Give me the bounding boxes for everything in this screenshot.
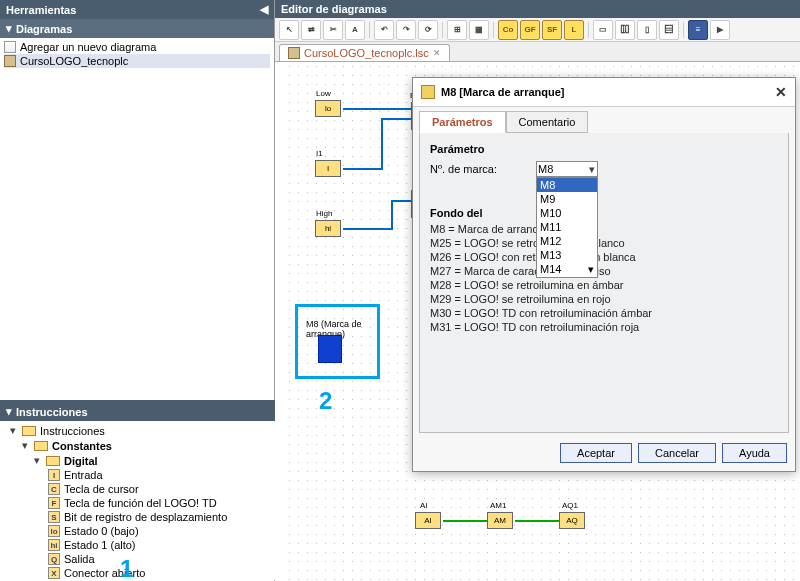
tool-gf[interactable]: GF bbox=[520, 20, 540, 40]
block-sub: AQ bbox=[564, 516, 580, 525]
num-marca-label: Nº. de marca: bbox=[430, 163, 530, 175]
tool-co[interactable]: Co bbox=[498, 20, 518, 40]
tool-text[interactable]: A bbox=[345, 20, 365, 40]
dialog-icon bbox=[421, 85, 435, 99]
dropdown-option[interactable]: M12 bbox=[537, 234, 597, 248]
annot-1: 1 bbox=[120, 555, 133, 581]
num-marca-select[interactable]: M8 ▾ bbox=[536, 161, 598, 177]
diagram-item[interactable]: CursoLOGO_tecnoplc bbox=[4, 54, 270, 68]
instr-high[interactable]: hiEstado 1 (alto) bbox=[4, 538, 271, 552]
tool-page1[interactable]: ▭ bbox=[593, 20, 613, 40]
tool-page4[interactable]: ⿳ bbox=[659, 20, 679, 40]
instr-tdkey[interactable]: FTecla de función del LOGO! TD bbox=[4, 496, 271, 510]
instructions-tree: ▾ Instrucciones ▾ Constantes ▾ Digital I… bbox=[0, 421, 275, 580]
badge-icon: hi bbox=[48, 539, 60, 551]
dialog-title-bar[interactable]: M8 [Marca de arranque] ✕ bbox=[413, 78, 795, 107]
instr-label: Salida bbox=[64, 553, 95, 565]
tool-page3[interactable]: ▯ bbox=[637, 20, 657, 40]
block-marca-core bbox=[318, 335, 342, 363]
wire bbox=[391, 200, 393, 230]
desc-row: M8 = Marca de arranque bbox=[430, 223, 778, 235]
tab-comentario[interactable]: Comentario bbox=[506, 111, 589, 133]
wire bbox=[391, 200, 411, 202]
digital-label: Digital bbox=[64, 455, 98, 467]
tool-redo[interactable]: ↷ bbox=[396, 20, 416, 40]
tool-pointer[interactable]: ↖ bbox=[279, 20, 299, 40]
tool-page2[interactable]: ⿲ bbox=[615, 20, 635, 40]
instr-output[interactable]: QSalida bbox=[4, 552, 271, 566]
instructions-header[interactable]: ▾ Instrucciones bbox=[0, 402, 275, 421]
block-marca[interactable]: M8 (Marca de arranque) bbox=[295, 304, 380, 379]
dropdown-option[interactable]: M9 bbox=[537, 192, 597, 206]
instr-open[interactable]: XConector abierto bbox=[4, 566, 271, 580]
annot-2: 2 bbox=[319, 387, 332, 415]
tree-digital[interactable]: ▾ Digital bbox=[4, 453, 271, 468]
chevron-down-icon: ▾ bbox=[588, 263, 594, 276]
diagram-item-label: CursoLOGO_tecnoplc bbox=[20, 55, 128, 67]
instr-label: Tecla de cursor bbox=[64, 483, 139, 495]
block-ai[interactable]: AI AI bbox=[415, 512, 441, 529]
dropdown-option[interactable]: M8 bbox=[537, 178, 597, 192]
dropdown-option[interactable]: M13 bbox=[537, 248, 597, 262]
instr-label: Entrada bbox=[64, 469, 103, 481]
separator bbox=[683, 22, 684, 38]
caret-icon: ▾ bbox=[32, 454, 42, 467]
folder-icon bbox=[22, 426, 36, 436]
close-icon[interactable]: ✕ bbox=[433, 48, 441, 58]
dropdown-option-label: M14 bbox=[540, 263, 561, 276]
dropdown-option[interactable]: M10 bbox=[537, 206, 597, 220]
tree-constants[interactable]: ▾ Constantes bbox=[4, 438, 271, 453]
instr-shift[interactable]: SBit de registro de desplazamiento bbox=[4, 510, 271, 524]
diagrams-header[interactable]: ▾ Diagramas bbox=[0, 19, 274, 38]
instr-entrada[interactable]: IEntrada bbox=[4, 468, 271, 482]
dropdown-option[interactable]: M11 bbox=[537, 220, 597, 234]
instructions-header-text: Instrucciones bbox=[16, 406, 88, 418]
badge-icon: Q bbox=[48, 553, 60, 565]
collapse-icon[interactable]: ◀ bbox=[260, 3, 268, 16]
tool-layout[interactable]: ⊞ bbox=[447, 20, 467, 40]
instr-cursor[interactable]: CTecla de cursor bbox=[4, 482, 271, 496]
tool-grid[interactable]: ▦ bbox=[469, 20, 489, 40]
instr-label: Estado 0 (bajo) bbox=[64, 525, 139, 537]
badge-icon: S bbox=[48, 511, 60, 523]
block-aq[interactable]: AQ1 AQ bbox=[559, 512, 585, 529]
accept-button[interactable]: Aceptar bbox=[560, 443, 632, 463]
diagrams-header-text: Diagramas bbox=[16, 23, 72, 35]
tool-l[interactable]: L bbox=[564, 20, 584, 40]
instr-low[interactable]: loEstado 0 (bajo) bbox=[4, 524, 271, 538]
block-i1[interactable]: I1 I bbox=[315, 160, 341, 177]
tab-parametros[interactable]: Parámetros bbox=[419, 111, 506, 133]
tool-undo[interactable]: ↶ bbox=[374, 20, 394, 40]
instructions-panel: ▾ Instrucciones ▾ Instrucciones ▾ Consta… bbox=[0, 400, 275, 581]
tool-sf[interactable]: SF bbox=[542, 20, 562, 40]
add-diagram[interactable]: Agregar un nuevo diagrama bbox=[4, 40, 270, 54]
dropdown-option[interactable]: M14 ▾ bbox=[537, 262, 597, 277]
badge-icon: C bbox=[48, 483, 60, 495]
close-icon[interactable]: ✕ bbox=[775, 84, 787, 100]
help-button[interactable]: Ayuda bbox=[722, 443, 787, 463]
cancel-button[interactable]: Cancelar bbox=[638, 443, 716, 463]
file-tab[interactable]: CursoLOGO_tecnoplc.lsc ✕ bbox=[279, 44, 450, 61]
block-sub: I bbox=[320, 164, 336, 173]
wire bbox=[343, 228, 393, 230]
tool-link[interactable]: ⇄ bbox=[301, 20, 321, 40]
add-diagram-label: Agregar un nuevo diagrama bbox=[20, 41, 156, 53]
tab-icon bbox=[288, 47, 300, 59]
tools-header-text: Herramientas bbox=[6, 4, 76, 16]
block-high[interactable]: High hi bbox=[315, 220, 341, 237]
diagrams-panel: ▾ Diagramas Agregar un nuevo diagrama Cu… bbox=[0, 19, 274, 219]
editor-header: Editor de diagramas bbox=[275, 0, 800, 18]
desc-row: M30 = LOGO! TD con retroiluminación ámba… bbox=[430, 307, 778, 319]
chevron-down-icon: ▾ bbox=[589, 163, 595, 176]
tool-cut[interactable]: ✂ bbox=[323, 20, 343, 40]
caret-icon: ▾ bbox=[20, 439, 30, 452]
tool-sim[interactable]: ≡ bbox=[688, 20, 708, 40]
block-am[interactable]: AM1 AM bbox=[487, 512, 513, 529]
tool-run[interactable]: ▶ bbox=[710, 20, 730, 40]
tree-root[interactable]: ▾ Instrucciones bbox=[4, 423, 271, 438]
block-sub: lo bbox=[320, 104, 336, 113]
instr-label: Bit de registro de desplazamiento bbox=[64, 511, 227, 523]
tool-refresh[interactable]: ⟳ bbox=[418, 20, 438, 40]
num-marca-dropdown[interactable]: M8 M9 M10 M11 M12 M13 M14 ▾ bbox=[536, 177, 598, 278]
block-low[interactable]: Low lo bbox=[315, 100, 341, 117]
